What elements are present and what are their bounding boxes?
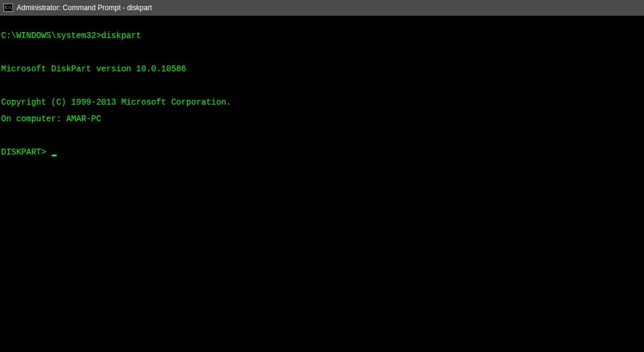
computer-output: On computer: AMAR-PC: [1, 115, 643, 123]
diskpart-prompt: DISKPART>: [1, 147, 51, 157]
terminal-area[interactable]: C:\WINDOWS\system32>diskpart Microsoft D…: [0, 16, 644, 166]
prompt-path: C:\WINDOWS\system32>: [1, 31, 101, 40]
diskpart-prompt-line: DISKPART>: [1, 148, 643, 156]
entered-command: diskpart: [101, 31, 141, 40]
blank-line: [1, 48, 643, 56]
cmd-icon-text: C:\: [5, 5, 11, 10]
blank-line: [1, 131, 643, 140]
cursor: [52, 155, 57, 156]
command-line: C:\WINDOWS\system32>diskpart: [1, 32, 643, 40]
window-title: Administrator: Command Prompt - diskpart: [17, 4, 152, 12]
cmd-icon: C:\: [4, 4, 13, 12]
window-titlebar[interactable]: C:\ Administrator: Command Prompt - disk…: [0, 0, 644, 15]
blank-line: [1, 81, 643, 90]
version-output: Microsoft DiskPart version 10.0.10586: [1, 65, 643, 73]
copyright-output: Copyright (C) 1999-2013 Microsoft Corpor…: [1, 98, 643, 106]
